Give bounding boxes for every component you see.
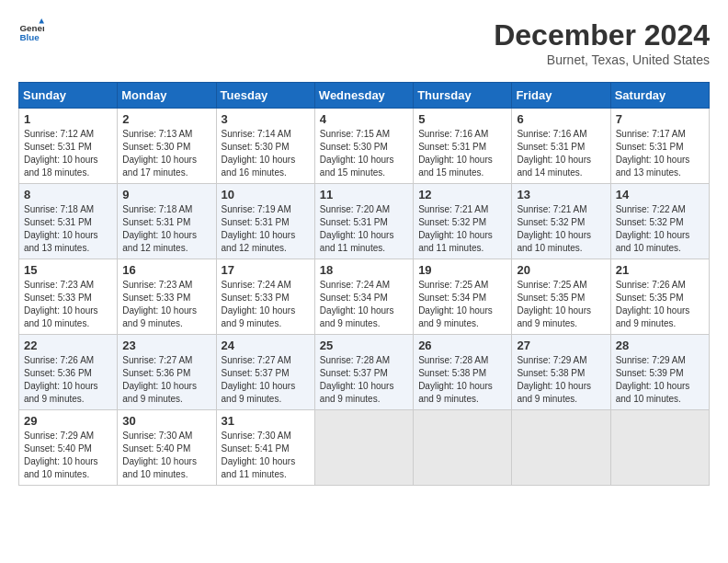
table-row: 2 Sunrise: 7:13 AMSunset: 5:30 PMDayligh…: [118, 109, 216, 184]
table-row: [314, 410, 413, 486]
table-row: 15 Sunrise: 7:23 AMSunset: 5:33 PMDaylig…: [19, 259, 118, 335]
table-row: 30 Sunrise: 7:30 AMSunset: 5:40 PMDaylig…: [118, 410, 216, 486]
day-info: Sunrise: 7:19 AMSunset: 5:31 PMDaylight:…: [222, 204, 296, 253]
table-row: 13 Sunrise: 7:21 AMSunset: 5:32 PMDaylig…: [512, 184, 610, 259]
svg-marker-2: [39, 18, 44, 24]
day-info: Sunrise: 7:21 AMSunset: 5:32 PMDaylight:…: [517, 204, 591, 253]
month-title: December 2024: [494, 18, 710, 52]
day-info: Sunrise: 7:28 AMSunset: 5:37 PMDaylight:…: [320, 355, 394, 404]
day-number: 14: [616, 188, 704, 201]
day-number: 6: [517, 112, 605, 126]
day-number: 18: [320, 263, 408, 277]
day-info: Sunrise: 7:13 AMSunset: 5:30 PMDaylight:…: [122, 129, 197, 178]
day-info: Sunrise: 7:22 AMSunset: 5:32 PMDaylight:…: [616, 204, 690, 253]
table-row: [414, 410, 512, 486]
day-number: 2: [122, 112, 210, 126]
table-row: 8 Sunrise: 7:18 AMSunset: 5:31 PMDayligh…: [19, 184, 118, 259]
calendar-week-row: 1 Sunrise: 7:12 AMSunset: 5:31 PMDayligh…: [19, 109, 710, 184]
table-row: 14 Sunrise: 7:22 AMSunset: 5:32 PMDaylig…: [610, 184, 709, 259]
col-saturday: Saturday: [610, 83, 709, 109]
day-info: Sunrise: 7:27 AMSunset: 5:36 PMDaylight:…: [122, 355, 197, 404]
day-info: Sunrise: 7:21 AMSunset: 5:32 PMDaylight:…: [418, 204, 493, 253]
col-thursday: Thursday: [414, 83, 512, 109]
day-number: 25: [320, 339, 408, 352]
day-info: Sunrise: 7:15 AMSunset: 5:30 PMDaylight:…: [320, 129, 394, 178]
day-info: Sunrise: 7:25 AMSunset: 5:35 PMDaylight:…: [517, 280, 591, 328]
day-number: 16: [122, 263, 210, 277]
table-row: 11 Sunrise: 7:20 AMSunset: 5:31 PMDaylig…: [314, 184, 413, 259]
table-row: 29 Sunrise: 7:29 AMSunset: 5:40 PMDaylig…: [19, 410, 118, 486]
day-number: 5: [418, 112, 506, 126]
day-info: Sunrise: 7:16 AMSunset: 5:31 PMDaylight:…: [418, 129, 493, 178]
calendar-week-row: 29 Sunrise: 7:29 AMSunset: 5:40 PMDaylig…: [19, 410, 710, 486]
day-info: Sunrise: 7:16 AMSunset: 5:31 PMDaylight:…: [517, 129, 591, 178]
col-wednesday: Wednesday: [314, 83, 413, 109]
day-info: Sunrise: 7:23 AMSunset: 5:33 PMDaylight:…: [122, 280, 197, 328]
table-row: 5 Sunrise: 7:16 AMSunset: 5:31 PMDayligh…: [414, 109, 512, 184]
table-row: 19 Sunrise: 7:25 AMSunset: 5:34 PMDaylig…: [414, 259, 512, 335]
day-number: 21: [616, 263, 704, 277]
day-info: Sunrise: 7:26 AMSunset: 5:35 PMDaylight:…: [616, 280, 690, 328]
table-row: 26 Sunrise: 7:28 AMSunset: 5:38 PMDaylig…: [414, 335, 512, 410]
calendar-week-row: 8 Sunrise: 7:18 AMSunset: 5:31 PMDayligh…: [19, 184, 710, 259]
day-info: Sunrise: 7:30 AMSunset: 5:41 PMDaylight:…: [222, 431, 296, 479]
table-row: 3 Sunrise: 7:14 AMSunset: 5:30 PMDayligh…: [216, 109, 314, 184]
col-monday: Monday: [118, 83, 216, 109]
day-number: 15: [24, 263, 112, 277]
day-number: 27: [517, 339, 605, 352]
day-number: 28: [616, 339, 704, 352]
day-number: 24: [222, 339, 310, 352]
table-row: [512, 410, 610, 486]
calendar-week-row: 15 Sunrise: 7:23 AMSunset: 5:33 PMDaylig…: [19, 259, 710, 335]
day-info: Sunrise: 7:25 AMSunset: 5:34 PMDaylight:…: [418, 280, 493, 328]
day-number: 19: [418, 263, 506, 277]
day-info: Sunrise: 7:18 AMSunset: 5:31 PMDaylight:…: [122, 204, 197, 253]
table-row: 7 Sunrise: 7:17 AMSunset: 5:31 PMDayligh…: [610, 109, 709, 184]
day-number: 31: [222, 414, 310, 428]
day-number: 26: [418, 339, 506, 352]
col-tuesday: Tuesday: [216, 83, 314, 109]
header: General Blue December 2024 Burnet, Texas…: [18, 18, 710, 67]
table-row: 24 Sunrise: 7:27 AMSunset: 5:37 PMDaylig…: [216, 335, 314, 410]
logo: General Blue: [18, 18, 44, 44]
table-row: 21 Sunrise: 7:26 AMSunset: 5:35 PMDaylig…: [610, 259, 709, 335]
title-section: December 2024 Burnet, Texas, United Stat…: [494, 18, 710, 67]
calendar-header-row: Sunday Monday Tuesday Wednesday Thursday…: [19, 83, 710, 109]
table-row: 28 Sunrise: 7:29 AMSunset: 5:39 PMDaylig…: [610, 335, 709, 410]
day-info: Sunrise: 7:23 AMSunset: 5:33 PMDaylight:…: [24, 280, 98, 328]
table-row: 27 Sunrise: 7:29 AMSunset: 5:38 PMDaylig…: [512, 335, 610, 410]
day-info: Sunrise: 7:14 AMSunset: 5:30 PMDaylight:…: [222, 129, 296, 178]
day-info: Sunrise: 7:29 AMSunset: 5:39 PMDaylight:…: [616, 355, 690, 404]
day-number: 20: [517, 263, 605, 277]
logo-icon: General Blue: [18, 18, 44, 44]
table-row: 18 Sunrise: 7:24 AMSunset: 5:34 PMDaylig…: [314, 259, 413, 335]
table-row: 1 Sunrise: 7:12 AMSunset: 5:31 PMDayligh…: [19, 109, 118, 184]
day-info: Sunrise: 7:30 AMSunset: 5:40 PMDaylight:…: [122, 431, 197, 479]
day-info: Sunrise: 7:24 AMSunset: 5:33 PMDaylight:…: [222, 280, 296, 328]
calendar-week-row: 22 Sunrise: 7:26 AMSunset: 5:36 PMDaylig…: [19, 335, 710, 410]
col-friday: Friday: [512, 83, 610, 109]
day-info: Sunrise: 7:17 AMSunset: 5:31 PMDaylight:…: [616, 129, 690, 178]
day-number: 13: [517, 188, 605, 201]
day-number: 1: [24, 112, 112, 126]
table-row: [610, 410, 709, 486]
table-row: 9 Sunrise: 7:18 AMSunset: 5:31 PMDayligh…: [118, 184, 216, 259]
col-sunday: Sunday: [19, 83, 118, 109]
table-row: 10 Sunrise: 7:19 AMSunset: 5:31 PMDaylig…: [216, 184, 314, 259]
svg-text:Blue: Blue: [19, 32, 40, 42]
day-number: 11: [320, 188, 408, 201]
table-row: 23 Sunrise: 7:27 AMSunset: 5:36 PMDaylig…: [118, 335, 216, 410]
day-number: 17: [222, 263, 310, 277]
day-number: 7: [616, 112, 704, 126]
table-row: 16 Sunrise: 7:23 AMSunset: 5:33 PMDaylig…: [118, 259, 216, 335]
day-info: Sunrise: 7:29 AMSunset: 5:38 PMDaylight:…: [517, 355, 591, 404]
table-row: 31 Sunrise: 7:30 AMSunset: 5:41 PMDaylig…: [216, 410, 314, 486]
day-number: 29: [24, 414, 112, 428]
day-info: Sunrise: 7:28 AMSunset: 5:38 PMDaylight:…: [418, 355, 493, 404]
table-row: 20 Sunrise: 7:25 AMSunset: 5:35 PMDaylig…: [512, 259, 610, 335]
day-info: Sunrise: 7:12 AMSunset: 5:31 PMDaylight:…: [24, 129, 98, 178]
table-row: 6 Sunrise: 7:16 AMSunset: 5:31 PMDayligh…: [512, 109, 610, 184]
day-number: 12: [418, 188, 506, 201]
location-title: Burnet, Texas, United States: [494, 52, 710, 67]
table-row: 17 Sunrise: 7:24 AMSunset: 5:33 PMDaylig…: [216, 259, 314, 335]
